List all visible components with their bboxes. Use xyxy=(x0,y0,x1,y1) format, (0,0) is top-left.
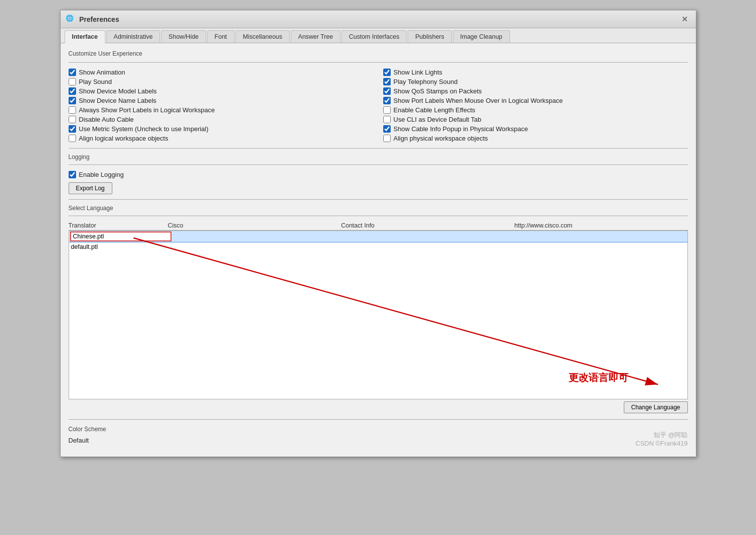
align-physical-label: Align physical workspace objects xyxy=(394,135,488,142)
always-show-port-checkbox[interactable] xyxy=(69,106,76,114)
lang-cisco-default xyxy=(170,243,342,250)
customize-label: Customize User Experience xyxy=(69,50,688,57)
tab-publishers[interactable]: Publishers xyxy=(408,30,451,43)
lang-row-default[interactable]: default.ptl xyxy=(69,242,687,252)
tab-bar: Interface Administrative Show/Hide Font … xyxy=(61,28,696,43)
col-contact: Contact Info xyxy=(341,222,514,229)
align-logical-checkbox[interactable] xyxy=(69,135,76,142)
checkbox-play-sound: Play Sound xyxy=(69,77,373,86)
col-translator: Translator xyxy=(69,222,168,229)
color-scheme-section: Color Scheme Default xyxy=(69,426,688,444)
lang-name-default: default.ptl xyxy=(71,243,170,250)
show-qos-checkbox[interactable] xyxy=(383,87,391,95)
checkbox-show-animation: Show Animation xyxy=(69,68,373,77)
right-checkboxes: Show Link Lights Play Telephony Sound Sh… xyxy=(383,68,688,143)
enable-logging-row: Enable Logging xyxy=(69,170,688,179)
select-language-label: Select Language xyxy=(69,205,688,212)
color-scheme-value: Default xyxy=(69,437,688,444)
align-physical-checkbox[interactable] xyxy=(383,135,391,142)
show-device-name-checkbox[interactable] xyxy=(69,97,76,104)
checkbox-align-logical: Align logical workspace objects xyxy=(69,134,373,143)
logging-label: Logging xyxy=(69,153,688,160)
enable-cable-length-label: Enable Cable Length Effects xyxy=(394,106,476,114)
checkbox-show-link-lights: Show Link Lights xyxy=(383,68,688,77)
show-cable-info-checkbox[interactable] xyxy=(383,125,391,133)
checkbox-always-show-port: Always Show Port Labels in Logical Works… xyxy=(69,105,373,115)
show-cable-info-label: Show Cable Info Popup in Physical Worksp… xyxy=(394,125,528,133)
change-language-button[interactable]: Change Language xyxy=(624,401,688,413)
enable-logging-label: Enable Logging xyxy=(79,171,124,178)
disable-auto-cable-label: Disable Auto Cable xyxy=(79,116,134,123)
checkbox-grid: Show Animation Play Sound Show Device Mo… xyxy=(69,68,688,143)
tab-content: Customize User Experience Show Animation… xyxy=(61,43,696,451)
checkbox-use-metric: Use Metric System (Uncheck to use Imperi… xyxy=(69,124,373,134)
title-bar: 🌐 Preferences ✕ xyxy=(61,10,696,28)
checkbox-show-port-labels: Show Port Labels When Mouse Over in Logi… xyxy=(383,96,688,105)
checkbox-show-qos: Show QoS Stamps on Packets xyxy=(383,86,688,96)
col-url: http://www.cisco.com xyxy=(514,222,688,229)
select-language-section: Select Language Translator Cisco Contact… xyxy=(69,205,688,414)
watermark: 知乎 @阿聪 CSDN ©Frank419 xyxy=(636,431,688,447)
show-port-labels-checkbox[interactable] xyxy=(383,97,391,104)
lang-contact-default xyxy=(342,243,513,250)
checkbox-show-cable-info: Show Cable Info Popup in Physical Worksp… xyxy=(383,124,688,134)
tab-custom-interfaces[interactable]: Custom Interfaces xyxy=(341,30,407,43)
show-link-lights-checkbox[interactable] xyxy=(383,69,391,76)
show-animation-label: Show Animation xyxy=(79,69,125,76)
align-logical-label: Align logical workspace objects xyxy=(79,135,168,142)
language-table-header: Translator Cisco Contact Info http://www… xyxy=(69,221,688,230)
window-title: Preferences xyxy=(80,15,119,23)
show-link-lights-label: Show Link Lights xyxy=(394,69,442,76)
lang-name-chinese: Chinese.ptl xyxy=(71,232,170,240)
tab-image-cleanup[interactable]: Image Cleanup xyxy=(453,30,510,43)
play-telephony-checkbox[interactable] xyxy=(383,78,391,85)
checkbox-disable-auto-cable: Disable Auto Cable xyxy=(69,115,373,124)
play-telephony-label: Play Telephony Sound xyxy=(394,78,458,85)
tab-administrative[interactable]: Administrative xyxy=(106,30,161,43)
show-qos-label: Show QoS Stamps on Packets xyxy=(394,87,482,95)
checkbox-show-device-name: Show Device Name Labels xyxy=(69,96,373,105)
export-log-button[interactable]: Export Log xyxy=(69,182,112,194)
always-show-port-label: Always Show Port Labels in Logical Works… xyxy=(79,106,215,114)
tab-answer-tree[interactable]: Answer Tree xyxy=(291,30,340,43)
logging-section: Logging Enable Logging Export Log xyxy=(69,153,688,194)
lang-url-chinese xyxy=(513,232,685,240)
lang-cisco-chinese xyxy=(170,232,342,240)
use-cli-checkbox[interactable] xyxy=(383,116,391,123)
col-cisco: Cisco xyxy=(168,222,341,229)
checkbox-align-physical: Align physical workspace objects xyxy=(383,134,688,143)
tab-font[interactable]: Font xyxy=(207,30,235,43)
show-device-model-checkbox[interactable] xyxy=(69,87,76,95)
customize-section: Customize User Experience Show Animation… xyxy=(69,50,688,143)
language-table-footer: Change Language xyxy=(69,399,688,414)
show-port-labels-label: Show Port Labels When Mouse Over in Logi… xyxy=(394,97,563,104)
close-button[interactable]: ✕ xyxy=(679,13,691,25)
app-icon: 🌐 xyxy=(66,14,76,24)
checkbox-enable-cable-length: Enable Cable Length Effects xyxy=(383,105,688,115)
disable-auto-cable-checkbox[interactable] xyxy=(69,116,76,123)
tab-interface[interactable]: Interface xyxy=(65,30,105,43)
checkbox-play-telephony: Play Telephony Sound xyxy=(383,77,688,86)
left-checkboxes: Show Animation Play Sound Show Device Mo… xyxy=(69,68,373,143)
enable-logging-checkbox[interactable] xyxy=(69,171,76,178)
color-scheme-label: Color Scheme xyxy=(69,426,688,433)
checkbox-show-device-model: Show Device Model Labels xyxy=(69,86,373,96)
use-cli-label: Use CLI as Device Default Tab xyxy=(394,116,482,123)
language-table-body[interactable]: Chinese.ptl default.ptl xyxy=(69,230,688,399)
play-sound-label: Play Sound xyxy=(79,78,112,85)
enable-cable-length-checkbox[interactable] xyxy=(383,106,391,114)
lang-contact-chinese xyxy=(342,232,513,240)
use-metric-label: Use Metric System (Uncheck to use Imperi… xyxy=(79,125,209,133)
show-device-name-label: Show Device Name Labels xyxy=(79,97,157,104)
preferences-window: 🌐 Preferences ✕ Interface Administrative… xyxy=(60,10,696,457)
lang-row-chinese[interactable]: Chinese.ptl xyxy=(69,231,687,242)
play-sound-checkbox[interactable] xyxy=(69,78,76,85)
show-device-model-label: Show Device Model Labels xyxy=(79,87,157,95)
use-metric-checkbox[interactable] xyxy=(69,125,76,133)
tab-show-hide[interactable]: Show/Hide xyxy=(161,30,206,43)
show-animation-checkbox[interactable] xyxy=(69,69,76,76)
checkbox-use-cli: Use CLI as Device Default Tab xyxy=(383,115,688,124)
lang-url-default xyxy=(513,243,685,250)
tab-miscellaneous[interactable]: Miscellaneous xyxy=(236,30,290,43)
